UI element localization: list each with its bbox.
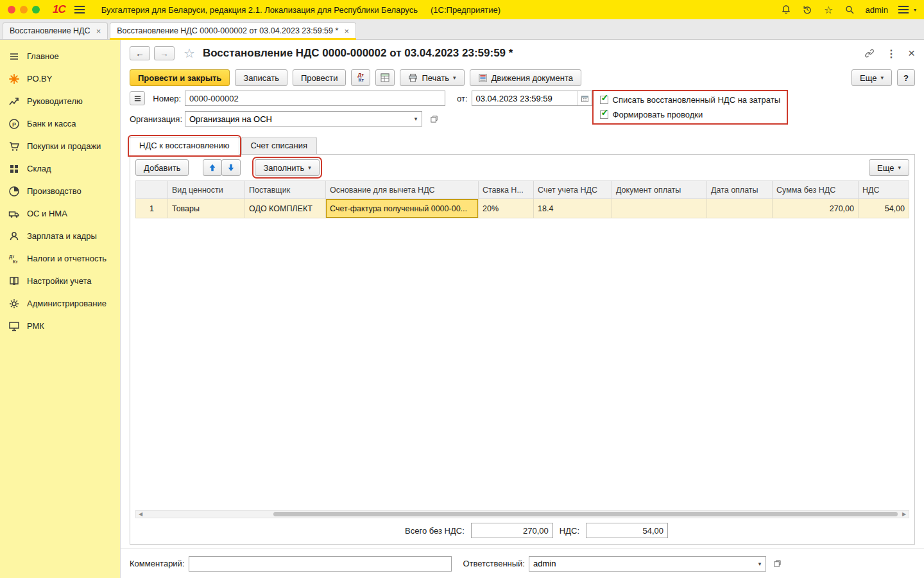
table-more-button[interactable]: Еще ▾ [869, 159, 909, 176]
responsible-field[interactable] [529, 557, 754, 571]
current-user-label[interactable]: admin [866, 5, 888, 15]
number-field[interactable] [185, 91, 445, 106]
cell-kind[interactable]: Товары [168, 199, 245, 218]
cell-basis[interactable]: Счет-фактура полученный 0000-00... [326, 199, 479, 218]
window-zoom-button[interactable] [32, 6, 40, 13]
horizontal-scrollbar[interactable]: ◀ ▶ [135, 510, 909, 518]
move-up-button[interactable] [203, 159, 222, 176]
cell-account[interactable]: 18.4 [534, 199, 612, 218]
svg-text:Дт: Дт [9, 254, 15, 259]
dropdown-icon[interactable]: ▾ [410, 112, 422, 126]
cell-vat[interactable]: 54,00 [859, 199, 909, 218]
table-row: 1 Товары ОДО КОМПЛЕКТ Счет-фактура получ… [136, 199, 909, 218]
window-tab-vat-document[interactable]: Восстановление НДС 0000-000002 от 03.04.… [110, 22, 356, 39]
dt-kt-button[interactable]: ДтКт [351, 69, 370, 86]
back-arrow-icon: ← [135, 48, 144, 58]
cell-rate[interactable]: 20% [479, 199, 534, 218]
organization-field[interactable] [185, 112, 410, 126]
sidebar-item-administration[interactable]: Администрирование [0, 292, 120, 315]
sidebar-item-taxes-reports[interactable]: ДтКт Налоги и отчетность [0, 247, 120, 270]
dropdown-icon[interactable]: ▾ [754, 557, 766, 571]
sidebar-item-purchases-sales[interactable]: Покупки и продажи [0, 135, 120, 157]
form-postings-checkbox[interactable]: ✓ Формировать проводки [600, 110, 780, 119]
sidebar-item-bank-cash[interactable]: Р Банк и касса [0, 112, 120, 135]
calendar-button[interactable] [578, 91, 592, 105]
document-structure-button[interactable] [375, 69, 395, 86]
forward-button[interactable]: → [154, 46, 175, 60]
column-header-account[interactable]: Счет учета НДС [534, 181, 612, 199]
caret-down-icon: ▾ [308, 164, 311, 171]
sidebar-item-warehouse[interactable]: Склад [0, 157, 120, 180]
back-button[interactable]: ← [130, 46, 150, 60]
cart-icon [8, 141, 20, 152]
help-button[interactable]: ? [897, 69, 915, 86]
add-row-button[interactable]: Добавить [135, 159, 189, 176]
print-button[interactable]: Печать ▾ [400, 69, 464, 86]
notifications-bell-icon[interactable] [781, 4, 792, 15]
comment-field[interactable] [189, 556, 452, 572]
date-field[interactable] [472, 91, 578, 105]
post-and-close-button[interactable]: Провести и закрыть [130, 69, 230, 86]
window-close-button[interactable] [8, 6, 15, 13]
fill-button[interactable]: Заполнить ▾ [255, 159, 319, 176]
list-view-button[interactable] [130, 91, 145, 105]
column-header-payment-doc[interactable]: Документ оплаты [612, 181, 707, 199]
more-button[interactable]: Еще ▾ [851, 69, 892, 86]
window-tab-vat-list[interactable]: Восстановление НДС × [3, 22, 108, 39]
scrollbar-track[interactable] [145, 511, 900, 518]
cell-supplier[interactable]: ОДО КОМПЛЕКТ [245, 199, 326, 218]
sidebar-item-po-by[interactable]: РО.BY [0, 67, 120, 90]
cell-rownum[interactable]: 1 [136, 199, 168, 218]
scrollbar-thumb[interactable] [273, 512, 898, 516]
tab-close-icon[interactable]: × [344, 27, 349, 35]
cell-amount[interactable]: 270,00 [773, 199, 859, 218]
main-menu-icon[interactable] [74, 6, 85, 13]
sidebar-item-manager[interactable]: Руководителю [0, 90, 120, 112]
tab-writeoff-account[interactable]: Счет списания [241, 137, 317, 154]
sidebar-item-payroll-hr[interactable]: Зарплата и кадры [0, 225, 120, 247]
open-organization-button[interactable] [427, 112, 440, 125]
window-tab-label: Восстановление НДС [10, 26, 90, 35]
history-icon[interactable] [802, 4, 813, 15]
save-button[interactable]: Записать [235, 69, 287, 86]
user-menu-icon[interactable] [898, 6, 909, 13]
vat-table-panel: Добавить Заполнить ▾ Еще ▾ [130, 154, 915, 545]
column-header-rate[interactable]: Ставка Н... [479, 181, 534, 199]
writeoff-vat-checkbox[interactable]: ✓ Списать восстановленный НДС на затраты [600, 95, 780, 105]
link-icon[interactable] [864, 48, 875, 58]
document-movements-button[interactable]: Движения документа [470, 69, 581, 86]
sidebar-item-fixed-assets[interactable]: ОС и НМА [0, 202, 120, 225]
sidebar-item-rmk[interactable]: РМК [0, 315, 120, 337]
column-header-payment-date[interactable]: Дата оплаты [707, 181, 773, 199]
tab-close-icon[interactable]: × [96, 27, 101, 35]
favorite-star-icon[interactable]: ☆ [184, 46, 195, 61]
total-net-field[interactable] [471, 523, 553, 538]
close-icon[interactable]: × [908, 46, 915, 60]
move-down-button[interactable] [221, 159, 241, 176]
sidebar-item-accounting-settings[interactable]: Настройки учета [0, 270, 120, 292]
cell-payment-doc[interactable] [612, 199, 707, 218]
form-footer: Комментарий: Ответственный: ▾ [121, 548, 924, 578]
post-button[interactable]: Провести [293, 69, 346, 86]
search-icon[interactable] [844, 4, 855, 15]
sidebar-item-main[interactable]: Главное [0, 45, 120, 67]
total-vat-field[interactable] [586, 523, 668, 538]
column-header-basis[interactable]: Основание для вычета НДС [326, 181, 479, 199]
column-header-vat[interactable]: НДС [859, 181, 909, 199]
column-header-supplier[interactable]: Поставщик [245, 181, 326, 199]
cell-payment-date[interactable] [707, 199, 773, 218]
responsible-combo[interactable]: ▾ [529, 556, 766, 572]
more-menu-icon[interactable]: ⋮ [886, 48, 896, 60]
scroll-left-button[interactable]: ◀ [136, 511, 145, 517]
organization-combo[interactable]: ▾ [185, 111, 422, 127]
column-header-rownum[interactable] [136, 181, 168, 199]
column-header-kind[interactable]: Вид ценности [168, 181, 245, 199]
tab-vat-to-restore[interactable]: НДС к восстановлению [130, 137, 239, 155]
forward-arrow-icon: → [160, 48, 169, 58]
window-minimize-button[interactable] [20, 6, 28, 13]
scroll-right-button[interactable]: ▶ [900, 511, 909, 517]
column-header-amount[interactable]: Сумма без НДС [773, 181, 859, 199]
favorites-star-icon[interactable]: ☆ [823, 4, 834, 15]
sidebar-item-production[interactable]: Производство [0, 180, 120, 202]
open-responsible-button[interactable] [771, 557, 784, 570]
